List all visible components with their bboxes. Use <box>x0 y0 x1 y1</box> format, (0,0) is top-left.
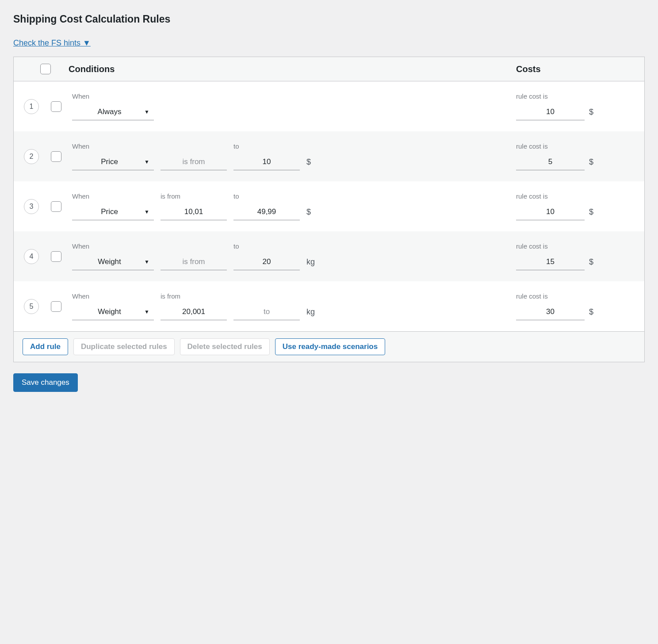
rule-checkbox[interactable] <box>51 201 61 212</box>
header-costs: Costs <box>516 64 635 74</box>
save-changes-button[interactable]: Save changes <box>13 373 78 392</box>
add-rule-button[interactable]: Add rule <box>23 338 68 355</box>
from-input[interactable] <box>161 303 227 320</box>
to-input[interactable] <box>233 203 300 220</box>
condition-unit: kg <box>306 307 319 320</box>
when-label: When <box>72 92 154 100</box>
actions-bar: Add rule Duplicate selected rules Delete… <box>14 331 644 362</box>
from-input[interactable] <box>161 203 227 220</box>
condition-unit: kg <box>306 257 319 270</box>
from-input[interactable] <box>161 153 227 170</box>
to-label: to <box>233 192 300 200</box>
to-label <box>233 292 300 300</box>
rule-number: 3 <box>24 199 39 214</box>
rule-number: 1 <box>24 99 39 114</box>
rule-checkbox[interactable] <box>51 251 61 262</box>
to-input[interactable] <box>233 303 300 320</box>
rules-header: Conditions Costs <box>14 57 644 81</box>
condition-type-select[interactable]: Weight <box>72 303 154 320</box>
cost-input[interactable] <box>516 153 585 170</box>
rule-row: 1 When Always ▼ rule cost is $ <box>14 81 644 131</box>
condition-unit: $ <box>306 207 319 220</box>
currency-unit: $ <box>589 257 601 270</box>
rule-checkbox[interactable] <box>51 301 61 312</box>
when-label: When <box>72 292 154 300</box>
rule-number: 5 <box>24 299 39 314</box>
condition-type-select[interactable]: Price <box>72 203 154 220</box>
from-label: is from <box>161 192 227 200</box>
cost-input[interactable] <box>516 303 585 320</box>
cost-label: rule cost is <box>516 292 585 300</box>
select-all-checkbox[interactable] <box>40 64 51 74</box>
condition-unit: $ <box>306 157 319 170</box>
duplicate-rules-button[interactable]: Duplicate selected rules <box>73 338 175 355</box>
cost-input[interactable] <box>516 203 585 220</box>
cost-label: rule cost is <box>516 192 585 200</box>
when-label: When <box>72 142 154 150</box>
currency-unit: $ <box>589 157 601 170</box>
cost-input[interactable] <box>516 253 585 270</box>
when-label: When <box>72 242 154 250</box>
cost-label: rule cost is <box>516 92 585 100</box>
rule-row: 5 When Weight ▼ is from <box>14 281 644 331</box>
cost-label: rule cost is <box>516 142 585 150</box>
rule-row: 3 When Price ▼ is from to <box>14 181 644 231</box>
currency-unit: $ <box>589 207 601 220</box>
to-label: to <box>233 242 300 250</box>
from-label <box>161 242 227 250</box>
condition-type-select[interactable]: Price <box>72 153 154 170</box>
rule-checkbox[interactable] <box>51 151 61 162</box>
cost-input[interactable] <box>516 104 585 120</box>
to-input[interactable] <box>233 253 300 270</box>
to-input[interactable] <box>233 153 300 170</box>
rule-row: 4 When Weight ▼ to <box>14 231 644 281</box>
rule-number: 2 <box>24 149 39 164</box>
to-label: to <box>233 142 300 150</box>
header-conditions: Conditions <box>63 64 507 74</box>
from-label <box>161 142 227 150</box>
when-label: When <box>72 192 154 200</box>
scenarios-button[interactable]: Use ready-made scenarios <box>275 338 385 355</box>
from-label: is from <box>161 292 227 300</box>
condition-type-select[interactable]: Always <box>72 104 154 120</box>
hints-link[interactable]: Check the FS hints ▼ <box>13 38 91 48</box>
currency-unit: $ <box>589 307 601 320</box>
delete-rules-button[interactable]: Delete selected rules <box>180 338 270 355</box>
page-title: Shipping Cost Calculation Rules <box>13 13 645 25</box>
rule-number: 4 <box>24 249 39 264</box>
currency-unit: $ <box>589 107 601 120</box>
cost-label: rule cost is <box>516 242 585 250</box>
rule-checkbox[interactable] <box>51 101 61 112</box>
from-input[interactable] <box>161 253 227 270</box>
rule-row: 2 When Price ▼ to $ <box>14 131 644 181</box>
rules-table: Conditions Costs 1 When Always ▼ rule c <box>13 57 645 362</box>
condition-type-select[interactable]: Weight <box>72 253 154 270</box>
